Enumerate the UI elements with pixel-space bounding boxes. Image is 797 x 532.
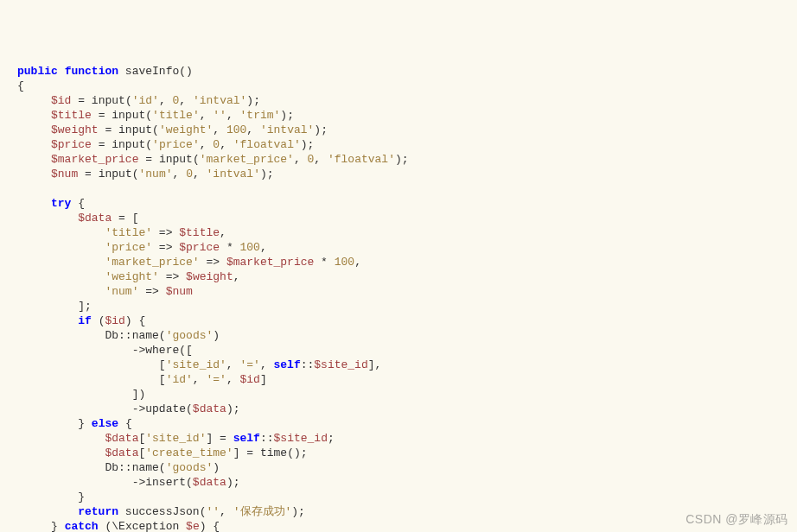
code-block: public function saveInfo() { $id = input… <box>0 64 797 532</box>
keyword-function: function <box>65 65 118 78</box>
watermark-text: CSDN @罗峰源码 <box>685 512 788 527</box>
function-name: saveInfo <box>125 65 179 78</box>
keyword-public: public <box>17 65 58 78</box>
